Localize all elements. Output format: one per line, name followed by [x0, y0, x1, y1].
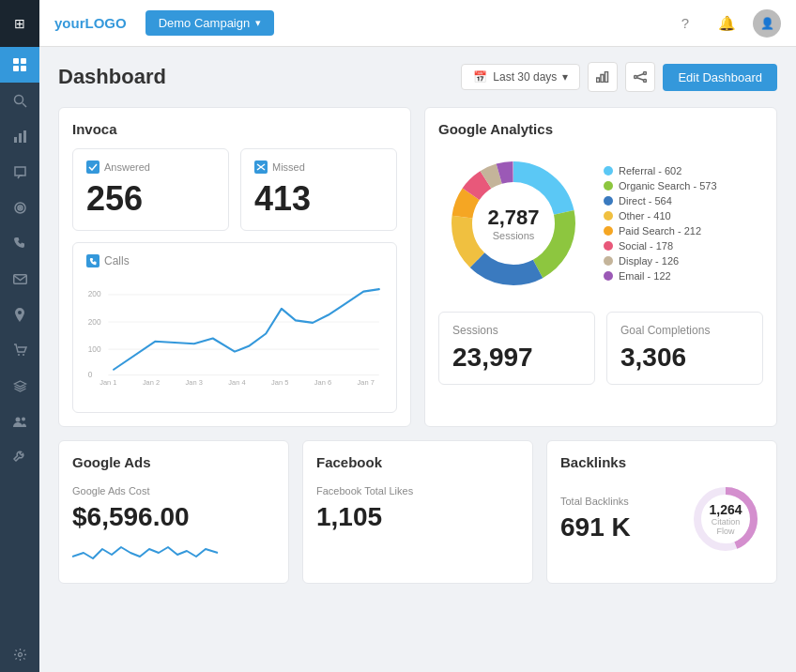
legend-dot-referral: [604, 166, 613, 176]
svg-point-15: [16, 417, 21, 421]
legend-direct: Direct - 564: [604, 195, 717, 206]
sidebar-item-cart[interactable]: [0, 332, 39, 368]
sidebar-item-analytics[interactable]: [0, 118, 39, 154]
svg-text:Jan 6: Jan 6: [314, 378, 331, 387]
calls-chart-card: Calls 200 200 100 0: [72, 242, 397, 413]
svg-text:0: 0: [88, 370, 93, 379]
svg-point-11: [19, 206, 21, 208]
sidebar-item-chat[interactable]: [0, 154, 39, 190]
sidebar-item-layers[interactable]: [0, 368, 39, 404]
sidebar-item-email[interactable]: [0, 261, 39, 297]
svg-point-21: [635, 76, 637, 79]
page-body: Dashboard 📅 Last 30 days ▾ Edit Dashboar…: [39, 47, 796, 672]
svg-point-17: [18, 652, 22, 656]
legend-other: Other - 410: [604, 210, 717, 221]
backlinks-card: Backlinks Total Backlinks 691 K 1,264: [546, 440, 777, 584]
sidebar-item-phone[interactable]: [0, 225, 39, 261]
svg-point-13: [18, 354, 20, 356]
svg-line-24: [637, 74, 644, 77]
svg-rect-2: [13, 66, 19, 71]
donut-chart: 2,787 Sessions: [438, 148, 589, 298]
legend-dot-organic: [604, 181, 613, 191]
google-ads-title: Google Ads: [72, 454, 275, 470]
google-analytics-card: Google Analytics: [424, 107, 777, 427]
sidebar-item-settings[interactable]: [0, 636, 39, 672]
legend-display: Display - 126: [604, 255, 717, 267]
calls-chart: 200 200 100 0 Jan 1 Jan 2: [86, 275, 383, 397]
legend-referral: Referral - 602: [604, 165, 717, 176]
date-range-button[interactable]: 📅 Last 30 days ▾: [461, 64, 580, 90]
answered-label: Answered: [86, 160, 215, 174]
invoca-title: Invoca: [72, 121, 397, 137]
sidebar-item-people[interactable]: [0, 404, 39, 439]
svg-rect-3: [21, 66, 26, 71]
svg-point-16: [22, 417, 25, 420]
sessions-metric: Sessions 23,997: [438, 312, 595, 385]
missed-icon: [254, 160, 268, 174]
svg-rect-8: [23, 130, 26, 143]
app-logo: yourLOGO: [54, 15, 127, 31]
notification-icon[interactable]: 🔔: [712, 8, 742, 38]
user-avatar[interactable]: 👤: [753, 9, 781, 38]
legend-dot-direct: [604, 196, 613, 206]
sidebar-item-location[interactable]: [0, 297, 39, 332]
chevron-down-icon: ▾: [562, 70, 568, 84]
total-backlinks-section: Total Backlinks 691 K: [560, 496, 679, 542]
legend-dot-email: [604, 271, 613, 281]
svg-text:Jan 3: Jan 3: [186, 378, 203, 387]
legend-dot-other: [604, 211, 613, 221]
calls-label: Calls: [86, 254, 383, 267]
svg-point-22: [644, 72, 647, 75]
sidebar: ⊞: [0, 0, 39, 672]
legend-dot-display: [604, 256, 613, 266]
svg-point-14: [23, 354, 24, 356]
svg-point-4: [14, 95, 23, 103]
citation-flow-center: 1,264 Citation Flow: [707, 502, 744, 536]
help-icon[interactable]: ?: [670, 8, 700, 38]
ga-title: Google Analytics: [438, 121, 763, 137]
svg-line-5: [23, 103, 26, 107]
page-title: Dashboard: [58, 65, 461, 89]
facebook-likes-label: Facebook Total Likes: [316, 485, 519, 496]
main-content: yourLOGO Demo Campaign ? 🔔 👤 Dashboard 📅…: [39, 0, 796, 672]
goal-completions-metric: Goal Completions 3,306: [606, 312, 763, 385]
legend-paid: Paid Search - 212: [604, 225, 717, 237]
svg-rect-1: [21, 58, 26, 64]
campaign-dropdown[interactable]: Demo Campaign: [145, 10, 275, 36]
svg-text:Jan 4: Jan 4: [228, 378, 245, 387]
sidebar-item-dashboard[interactable]: [0, 47, 39, 83]
svg-line-25: [637, 78, 644, 81]
legend-email: Email - 122: [604, 270, 717, 282]
google-ads-card: Google Ads Google Ads Cost $6,596.00: [58, 440, 289, 584]
missed-metric: Missed 413: [240, 148, 397, 231]
ga-legend: Referral - 602 Organic Search - 573 Dire…: [604, 165, 717, 282]
svg-text:Jan 2: Jan 2: [143, 378, 160, 387]
invoca-card: Invoca Answered 256: [58, 107, 411, 427]
header-actions: 📅 Last 30 days ▾ Edit Dashboard: [461, 62, 777, 92]
sidebar-item-tool[interactable]: [0, 439, 39, 475]
svg-rect-19: [601, 75, 604, 83]
total-backlinks-label: Total Backlinks: [560, 496, 679, 507]
svg-text:200: 200: [88, 317, 101, 327]
facebook-likes-value: 1,105: [316, 502, 519, 532]
svg-text:Jan 5: Jan 5: [271, 378, 288, 387]
svg-rect-7: [19, 133, 22, 143]
sidebar-home-icon[interactable]: ⊞: [14, 16, 25, 31]
legend-dot-social: [604, 241, 613, 251]
donut-section: 2,787 Sessions Referral - 602 Organic Se…: [438, 148, 763, 298]
edit-dashboard-button[interactable]: Edit Dashboard: [663, 64, 777, 91]
sidebar-item-target[interactable]: [0, 190, 39, 225]
answered-icon: [86, 160, 100, 174]
missed-label: Missed: [254, 160, 383, 174]
svg-text:Jan 1: Jan 1: [100, 378, 116, 387]
svg-text:200: 200: [88, 289, 101, 298]
chart-icon-button[interactable]: [588, 62, 618, 92]
share-icon-button[interactable]: [625, 62, 655, 92]
sidebar-item-search[interactable]: [0, 83, 39, 118]
answered-metric: Answered 256: [72, 148, 229, 231]
legend-organic: Organic Search - 573: [604, 180, 717, 191]
legend-social: Social - 178: [604, 240, 717, 252]
citation-flow-donut: 1,264 Citation Flow: [688, 481, 763, 557]
svg-point-23: [644, 80, 647, 83]
facebook-title: Facebook: [316, 454, 519, 470]
